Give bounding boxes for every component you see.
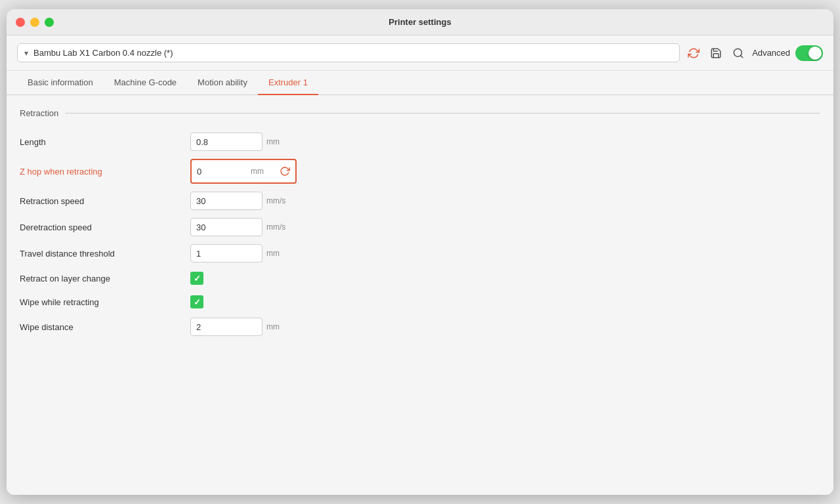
input-group-travel-distance: mm — [190, 244, 290, 262]
checkbox-cell-wipe-retracting — [190, 295, 203, 308]
z-hop-highlighted-container: mm — [190, 159, 297, 184]
unit-z-hop: mm — [251, 167, 274, 176]
label-travel-distance: Travel distance threshold — [20, 249, 190, 259]
input-group-deretraction-speed: mm/s — [190, 218, 290, 236]
unit-retraction-speed: mm/s — [266, 196, 290, 205]
window-controls — [16, 18, 54, 27]
reload-button[interactable] — [686, 46, 701, 60]
tab-basic-information[interactable]: Basic information — [17, 71, 104, 95]
title-bar: Printer settings — [7, 9, 833, 35]
unit-travel-distance: mm — [266, 249, 290, 258]
advanced-toggle: Advanced — [752, 45, 823, 61]
maximize-button[interactable] — [45, 18, 54, 27]
content-area: Retraction Length mm Z hop when retracti… — [7, 95, 833, 495]
input-z-hop[interactable] — [194, 162, 247, 180]
label-z-hop: Z hop when retracting — [20, 167, 190, 177]
tab-extruder-1[interactable]: Extruder 1 — [258, 71, 318, 95]
profile-selector[interactable]: ▾ Bambu Lab X1 Carbon 0.4 nozzle (*) — [17, 43, 680, 62]
checkbox-cell-retract-layer — [190, 272, 203, 285]
section-divider — [65, 113, 820, 114]
settings-table: Length mm Z hop when retracting mm — [20, 129, 820, 340]
tab-motion-ability[interactable]: Motion ability — [187, 71, 258, 95]
main-window: Printer settings ▾ Bambu Lab X1 Carbon 0… — [7, 9, 833, 495]
setting-row-wipe-distance: Wipe distance mm — [20, 314, 820, 340]
chevron-down-icon: ▾ — [24, 49, 28, 58]
profile-name: Bambu Lab X1 Carbon 0.4 nozzle (*) — [33, 48, 173, 58]
checkbox-retract-layer[interactable] — [190, 272, 203, 285]
tabs-bar: Basic information Machine G-code Motion … — [7, 71, 833, 95]
toolbar: ▾ Bambu Lab X1 Carbon 0.4 nozzle (*) — [7, 35, 833, 71]
checkbox-wipe-retracting[interactable] — [190, 295, 203, 308]
retraction-section-header: Retraction — [20, 108, 820, 118]
window-title: Printer settings — [388, 17, 451, 27]
setting-row-travel-distance: Travel distance threshold mm — [20, 240, 820, 266]
advanced-toggle-switch[interactable] — [795, 45, 823, 61]
input-group-retraction-speed: mm/s — [190, 192, 290, 210]
svg-line-1 — [741, 55, 743, 57]
search-button[interactable] — [731, 46, 746, 60]
section-title-retraction: Retraction — [20, 108, 65, 118]
label-deretraction-speed: Deretraction speed — [20, 222, 190, 232]
unit-wipe-distance: mm — [266, 322, 290, 331]
label-retraction-speed: Retraction speed — [20, 196, 190, 206]
unit-deretraction-speed: mm/s — [266, 222, 290, 232]
setting-row-retraction-speed: Retraction speed mm/s — [20, 188, 820, 214]
input-retraction-speed[interactable] — [190, 192, 262, 210]
input-group-wipe-distance: mm — [190, 318, 290, 336]
input-group-length: mm — [190, 133, 290, 151]
label-retract-layer: Retract on layer change — [20, 274, 190, 284]
minimize-button[interactable] — [30, 18, 39, 27]
toolbar-icons — [686, 46, 746, 60]
setting-row-wipe-retracting: Wipe while retracting — [20, 290, 820, 314]
input-deretraction-speed[interactable] — [190, 218, 262, 236]
label-length: Length — [20, 137, 190, 147]
save-button[interactable] — [709, 46, 723, 60]
reset-z-hop-button[interactable] — [278, 165, 291, 178]
input-wipe-distance[interactable] — [190, 318, 262, 336]
advanced-label: Advanced — [752, 48, 790, 58]
setting-row-z-hop: Z hop when retracting mm — [20, 155, 820, 188]
close-button[interactable] — [16, 18, 25, 27]
input-travel-distance[interactable] — [190, 244, 262, 262]
unit-length: mm — [266, 137, 290, 146]
input-length[interactable] — [190, 133, 262, 151]
setting-row-retract-layer: Retract on layer change — [20, 266, 820, 290]
tab-machine-gcode[interactable]: Machine G-code — [104, 71, 187, 95]
setting-row-length: Length mm — [20, 129, 820, 155]
label-wipe-retracting: Wipe while retracting — [20, 297, 190, 307]
label-wipe-distance: Wipe distance — [20, 322, 190, 332]
setting-row-deretraction-speed: Deretraction speed mm/s — [20, 214, 820, 240]
